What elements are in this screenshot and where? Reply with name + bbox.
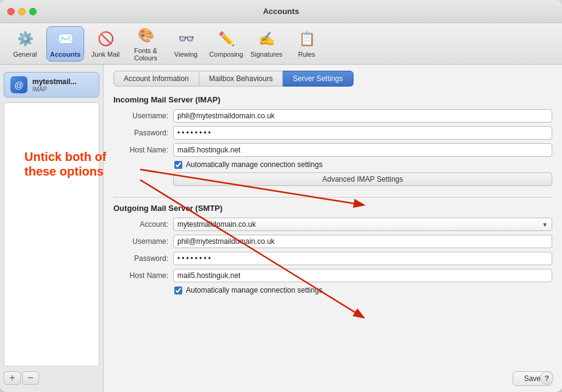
outgoing-account-value: mytestmaildomain.co.uk: [177, 220, 256, 229]
toolbar-label-rules: Rules: [298, 51, 315, 58]
toolbar-label-accounts: Accounts: [50, 51, 80, 58]
toolbar-item-viewing[interactable]: 👓 Viewing: [167, 26, 205, 62]
incoming-password-label: Password:: [113, 129, 168, 137]
sidebar-empty-area: [4, 102, 99, 366]
toolbar-item-accounts[interactable]: ✉️ Accounts: [46, 26, 84, 62]
viewing-icon: 👓: [176, 29, 196, 49]
incoming-auto-manage-row: Automatically manage connection settings: [174, 160, 552, 169]
toolbar-label-general: General: [13, 51, 37, 58]
outgoing-auto-manage-checkbox[interactable]: [174, 287, 182, 294]
content-panel: Account Information Mailbox Behaviours S…: [104, 65, 562, 392]
outgoing-auto-manage-row: Automatically manage connection settings: [174, 286, 552, 294]
account-name: mytestmail...: [32, 77, 77, 86]
toolbar-item-rules[interactable]: 📋 Rules: [288, 26, 325, 62]
window: Accounts ⚙️ General ✉️ Accounts 🚫 Junk M…: [0, 0, 562, 392]
account-info: mytestmail... IMAP: [32, 77, 77, 93]
toolbar: ⚙️ General ✉️ Accounts 🚫 Junk Mail 🎨 Fon…: [0, 23, 562, 65]
toolbar-item-signatures[interactable]: ✍️ Signatures: [247, 26, 285, 62]
outgoing-username-row: Username:: [113, 235, 552, 248]
minimize-button[interactable]: [18, 8, 26, 15]
account-type: IMAP: [32, 86, 77, 93]
toolbar-item-general[interactable]: ⚙️ General: [6, 26, 44, 62]
fonts-colours-icon: 🎨: [136, 26, 155, 45]
incoming-hostname-row: Host Name:: [113, 143, 552, 157]
general-icon: ⚙️: [15, 29, 35, 49]
toolbar-label-viewing: Viewing: [174, 51, 197, 58]
sidebar: @ mytestmail... IMAP + −: [0, 65, 104, 392]
incoming-hostname-input[interactable]: [173, 143, 552, 157]
outgoing-username-label: Username:: [113, 237, 168, 246]
incoming-auto-manage-label: Automatically manage connection settings: [186, 160, 322, 169]
sidebar-account-item[interactable]: @ mytestmail... IMAP: [4, 72, 99, 98]
sidebar-footer: + −: [0, 369, 103, 387]
outgoing-username-input[interactable]: [173, 235, 552, 248]
maximize-button[interactable]: [29, 8, 37, 15]
tab-account-information[interactable]: Account Information: [113, 71, 199, 87]
signatures-icon: ✍️: [257, 29, 276, 49]
tab-server-settings[interactable]: Server Settings: [283, 71, 353, 87]
outgoing-password-input[interactable]: [173, 252, 552, 265]
incoming-username-label: Username:: [113, 112, 168, 120]
close-button[interactable]: [7, 8, 15, 15]
toolbar-item-fonts-colours[interactable]: 🎨 Fonts & Colours: [127, 26, 165, 62]
help-button[interactable]: ?: [540, 371, 553, 385]
outgoing-password-row: Password:: [113, 252, 552, 265]
dropdown-arrow-icon: ▼: [542, 221, 548, 228]
outgoing-password-label: Password:: [113, 254, 168, 263]
incoming-username-row: Username:: [113, 109, 552, 123]
advanced-imap-settings-button[interactable]: Advanced IMAP Settings: [173, 173, 552, 186]
toolbar-item-junk-mail[interactable]: 🚫 Junk Mail: [87, 26, 124, 62]
incoming-username-input[interactable]: [173, 109, 552, 123]
rules-icon: 📋: [297, 29, 316, 49]
outgoing-account-label: Account:: [113, 220, 168, 229]
toolbar-label-composing: Composing: [209, 51, 243, 58]
outgoing-auto-manage-label: Automatically manage connection settings: [186, 286, 322, 294]
incoming-section-title: Incoming Mail Server (IMAP): [113, 95, 552, 104]
outgoing-account-dropdown[interactable]: mytestmaildomain.co.uk ▼: [173, 218, 552, 231]
outgoing-hostname-input[interactable]: [173, 269, 552, 282]
incoming-password-input[interactable]: [173, 126, 552, 140]
outgoing-account-row: Account: mytestmaildomain.co.uk ▼: [113, 218, 552, 231]
account-icon: @: [10, 76, 27, 93]
main-area: @ mytestmail... IMAP + − Account Informa…: [0, 65, 562, 392]
outgoing-hostname-label: Host Name:: [113, 271, 168, 280]
outgoing-section-title: Outgoing Mail Server (SMTP): [113, 204, 552, 213]
toolbar-label-fonts-colours: Fonts & Colours: [127, 47, 165, 62]
window-controls: [7, 8, 37, 15]
section-divider: [113, 197, 552, 198]
incoming-password-row: Password:: [113, 126, 552, 140]
composing-icon: ✏️: [216, 29, 236, 49]
toolbar-item-composing[interactable]: ✏️ Composing: [207, 26, 245, 62]
titlebar: Accounts: [0, 0, 562, 23]
window-title: Accounts: [263, 7, 299, 16]
toolbar-label-signatures: Signatures: [251, 51, 283, 58]
add-account-button[interactable]: +: [4, 371, 21, 385]
junk-mail-icon: 🚫: [96, 29, 115, 49]
tab-mailbox-behaviours[interactable]: Mailbox Behaviours: [199, 71, 283, 87]
toolbar-label-junk-mail: Junk Mail: [91, 51, 119, 58]
incoming-auto-manage-checkbox[interactable]: [174, 161, 182, 169]
remove-account-button[interactable]: −: [22, 371, 39, 385]
tab-bar: Account Information Mailbox Behaviours S…: [113, 71, 552, 87]
bottom-bar: Save: [113, 368, 552, 386]
annotation-text: Untick both of these options: [24, 149, 122, 179]
accounts-icon: ✉️: [55, 29, 75, 49]
outgoing-hostname-row: Host Name:: [113, 269, 552, 282]
